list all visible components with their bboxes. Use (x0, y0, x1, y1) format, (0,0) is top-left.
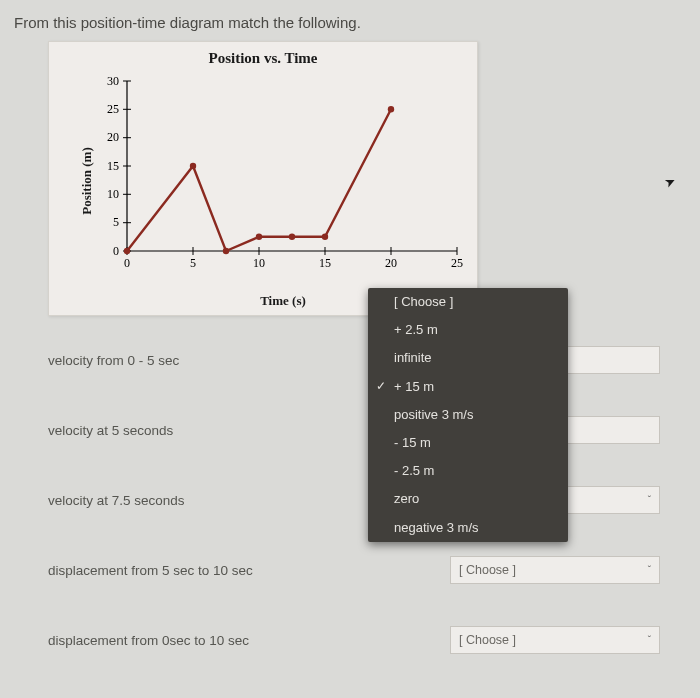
chevron-down-icon: ˇ (648, 495, 651, 506)
chevron-down-icon: ˇ (648, 635, 651, 646)
y-tick-5: 25 (107, 102, 119, 116)
x-tick-5: 25 (451, 256, 463, 270)
dropdown-option[interactable]: - 15 m (368, 429, 568, 457)
y-tick-6: 30 (107, 74, 119, 88)
cursor-icon: ➤ (662, 172, 678, 190)
prompt-row: displacement from 0sec to 10 sec [ Choos… (0, 626, 700, 654)
y-axis-label: Position (m) (79, 147, 95, 215)
dropdown-option-label: + 15 m (394, 379, 434, 394)
svg-point-15 (124, 248, 130, 254)
x-tick-0: 0 (124, 256, 130, 270)
prompt-label: velocity at 5 seconds (48, 423, 173, 438)
dropdown-option[interactable]: ✓ + 15 m (368, 373, 568, 401)
dropdown-option[interactable]: + 2.5 m (368, 316, 568, 344)
prompt-label: velocity at 7.5 seconds (48, 493, 185, 508)
dropdown-option[interactable]: zero (368, 485, 568, 513)
svg-point-18 (256, 234, 262, 240)
y-tick-1: 5 (113, 215, 119, 229)
svg-point-19 (289, 234, 295, 240)
dropdown-option[interactable]: negative 3 m/s (368, 514, 568, 542)
svg-point-20 (322, 234, 328, 240)
question-text: From this position-time diagram match th… (0, 0, 700, 41)
prompt-row: velocity from 0 - 5 sec (0, 346, 700, 374)
data-line (127, 109, 391, 251)
y-tick-2: 10 (107, 187, 119, 201)
select-value: [ Choose ] (459, 563, 516, 577)
x-tick-2: 10 (253, 256, 265, 270)
dropdown-header: [ Choose ] (368, 288, 568, 316)
svg-point-21 (388, 106, 394, 112)
prompts-container: velocity from 0 - 5 sec velocity at 5 se… (0, 346, 700, 654)
prompt-label: displacement from 5 sec to 10 sec (48, 563, 253, 578)
y-tick-0: 0 (113, 244, 119, 258)
svg-point-17 (223, 248, 229, 254)
select-displacement-5-10[interactable]: [ Choose ] ˇ (450, 556, 660, 584)
select-value: [ Choose ] (459, 633, 516, 647)
chart-area: Position (m) 0 5 10 15 20 25 30 0 5 10 1… (59, 71, 467, 291)
prompt-label: displacement from 0sec to 10 sec (48, 633, 249, 648)
check-icon: ✓ (376, 378, 386, 395)
prompt-row: velocity at 7.5 seconds [ Choose ] ˇ (0, 486, 700, 514)
chart-plot: 0 5 10 15 20 25 30 0 5 10 15 20 25 (107, 71, 467, 271)
chart-title: Position vs. Time (59, 50, 467, 67)
y-tick-3: 15 (107, 159, 119, 173)
x-tick-4: 20 (385, 256, 397, 270)
prompt-label: velocity from 0 - 5 sec (48, 353, 179, 368)
prompt-row: displacement from 5 sec to 10 sec [ Choo… (0, 556, 700, 584)
chart-card: Position vs. Time Position (m) 0 5 10 15… (48, 41, 478, 316)
dropdown-option[interactable]: positive 3 m/s (368, 401, 568, 429)
svg-point-16 (190, 163, 196, 169)
x-tick-1: 5 (190, 256, 196, 270)
dropdown-menu: [ Choose ] + 2.5 m infinite ✓ + 15 m pos… (368, 288, 568, 542)
chevron-down-icon: ˇ (648, 565, 651, 576)
x-tick-3: 15 (319, 256, 331, 270)
prompt-row: velocity at 5 seconds (0, 416, 700, 444)
select-displacement-0-10[interactable]: [ Choose ] ˇ (450, 626, 660, 654)
dropdown-option[interactable]: infinite (368, 344, 568, 372)
dropdown-option[interactable]: - 2.5 m (368, 457, 568, 485)
y-tick-4: 20 (107, 130, 119, 144)
